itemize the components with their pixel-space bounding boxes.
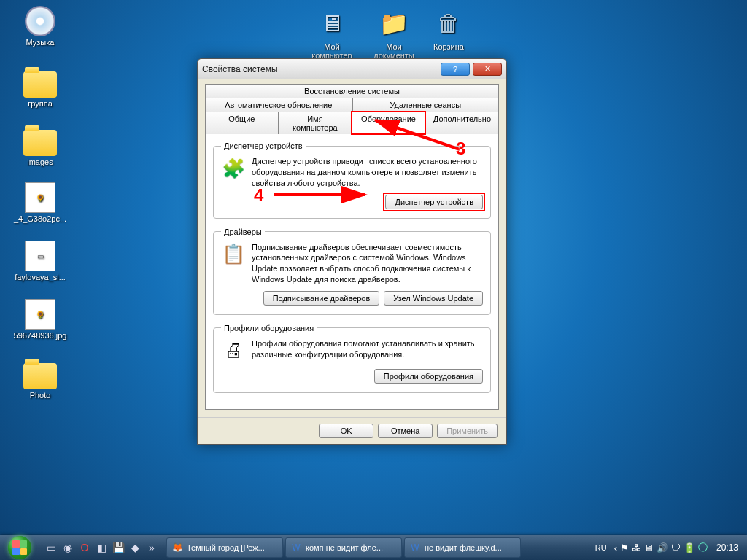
- hardware-profiles-icon: 🖨: [221, 338, 246, 363]
- legend-drivers: Драйверы: [221, 228, 265, 236]
- tab-general[interactable]: Общие: [205, 112, 279, 134]
- tray-icon-2[interactable]: 🖧: [632, 542, 641, 553]
- desktop-icon-my-computer[interactable]: 🖥Мой компьютер: [303, 6, 361, 60]
- system-tray: ‹ ⚑ 🖧 🖥 🔊 🛡 🔋 ⓘ: [610, 541, 712, 554]
- tray-icon-3[interactable]: 🖥: [644, 542, 654, 553]
- firefox-icon: 🦊: [171, 542, 183, 553]
- opera-icon[interactable]: O: [77, 540, 92, 555]
- tab-content-hardware: Диспетчер устройств 🧩 Диспетчер устройст…: [205, 133, 499, 410]
- group-device-manager: Диспетчер устройств 🧩 Диспетчер устройст…: [213, 141, 491, 219]
- chrome-icon[interactable]: ◉: [61, 540, 75, 555]
- word-icon: W: [409, 542, 421, 553]
- drivers-text: Подписывание драйверов обеспечивает совм…: [252, 242, 483, 285]
- quick-icon-2[interactable]: 💾: [111, 540, 125, 555]
- taskbar-buttons: 🦊Темный город [Реж... Wкомп не видит фле…: [163, 537, 592, 558]
- desktop-icon-thumb1[interactable]: 🌻_4_G38o2pc...: [11, 182, 69, 223]
- taskbar: ▭ ◉ O ◧ 💾 ◆ » 🦊Темный город [Реж... Wком…: [0, 535, 747, 560]
- image-thumb-icon: 🌻: [25, 299, 55, 330]
- tab-strip: Восстановление системы Автоматическое об…: [205, 84, 499, 134]
- tab-auto-update[interactable]: Автоматическое обновление: [205, 98, 352, 112]
- apply-button[interactable]: Применить: [437, 424, 498, 438]
- quick-icon-3[interactable]: ◆: [128, 540, 142, 555]
- taskbar-item-firefox[interactable]: 🦊Темный город [Реж...: [166, 537, 283, 558]
- legend-hardware-profiles: Профили оборудования: [221, 324, 317, 332]
- desktop-icon-thumb3[interactable]: 🌻596748936.jpg: [11, 299, 69, 340]
- desktop-icon-images[interactable]: images: [11, 124, 69, 166]
- desktop-icon-recycle-bin[interactable]: 🗑Корзина: [419, 6, 478, 51]
- image-thumb-icon: 🌻: [25, 182, 55, 213]
- tray-icon-4[interactable]: 🔊: [657, 542, 668, 553]
- tab-hardware[interactable]: Оборудование: [352, 112, 425, 134]
- tray-icon-6[interactable]: 🔋: [684, 542, 695, 553]
- desktop-icon-thumb2[interactable]: ▭faylovaya_si...: [11, 241, 69, 281]
- quick-launch: ▭ ◉ O ◧ 💾 ◆ »: [39, 540, 163, 555]
- tab-advanced[interactable]: Дополнительно: [425, 112, 499, 134]
- system-properties-dialog: Свойства системы ? ✕ Восстановление сист…: [197, 58, 507, 445]
- titlebar[interactable]: Свойства системы ? ✕: [198, 59, 506, 79]
- image-thumb-icon: ▭: [25, 241, 55, 271]
- folder-icon: [23, 130, 57, 156]
- start-button[interactable]: [0, 535, 39, 560]
- device-manager-button[interactable]: Диспетчер устройств: [385, 195, 483, 209]
- group-hardware-profiles: Профили оборудования 🖨 Профили оборудова…: [213, 324, 491, 393]
- tray-info-icon[interactable]: ⓘ: [698, 541, 708, 554]
- device-manager-icon: 🧩: [221, 156, 246, 181]
- quick-chevron-icon[interactable]: »: [144, 540, 159, 555]
- disc-icon: [25, 6, 55, 36]
- device-manager-text: Диспетчер устройств приводит список всег…: [252, 156, 483, 189]
- drivers-icon: 📋: [221, 242, 246, 267]
- desktop-icon-group[interactable]: группа: [11, 66, 69, 108]
- taskbar-item-word2[interactable]: Wне видит флешку.d...: [404, 537, 521, 558]
- hardware-profiles-text: Профили оборудования помогают устанавлив…: [252, 338, 483, 360]
- tray-icon-5[interactable]: 🛡: [671, 542, 681, 553]
- desktop-icon-music[interactable]: Музыка: [11, 6, 69, 47]
- driver-signing-button[interactable]: Подписывание драйверов: [263, 291, 380, 306]
- dialog-title: Свойства системы: [202, 64, 438, 74]
- help-button[interactable]: ?: [441, 63, 470, 76]
- folder-icon: [23, 363, 57, 389]
- tab-system-restore[interactable]: Восстановление системы: [205, 84, 499, 98]
- folder-icon: [23, 71, 57, 98]
- desktop-icon-my-documents[interactable]: 📁Мои документы: [365, 6, 423, 60]
- taskbar-item-word1[interactable]: Wкомп не видит фле...: [285, 537, 402, 558]
- tray-icon-1[interactable]: ⚑: [620, 542, 629, 553]
- word-icon: W: [290, 542, 302, 553]
- documents-icon: 📁: [376, 6, 411, 41]
- tray-chevron-icon[interactable]: ‹: [614, 542, 617, 553]
- close-button[interactable]: ✕: [473, 63, 502, 76]
- computer-icon: 🖥: [314, 6, 349, 41]
- windows-orb-icon: [8, 536, 31, 559]
- windows-update-node-button[interactable]: Узел Windows Update: [384, 291, 483, 306]
- dialog-button-bar: OK Отмена Применить: [198, 417, 506, 444]
- legend-device-manager: Диспетчер устройств: [221, 141, 306, 150]
- hardware-profiles-button[interactable]: Профили оборудования: [374, 369, 483, 384]
- tab-remote[interactable]: Удаленные сеансы: [352, 98, 500, 112]
- quick-icon-1[interactable]: ◧: [94, 540, 109, 555]
- taskbar-clock[interactable]: 20:13: [712, 542, 743, 553]
- show-desktop-icon[interactable]: ▭: [44, 540, 58, 555]
- ok-button[interactable]: OK: [319, 424, 374, 438]
- trash-icon: 🗑: [431, 6, 466, 41]
- language-indicator[interactable]: RU: [592, 543, 610, 552]
- tab-computer-name[interactable]: Имя компьютера: [279, 112, 352, 134]
- highlight-device-manager: Диспетчер устройств: [385, 195, 483, 209]
- desktop-icon-photo[interactable]: Photo: [11, 357, 69, 400]
- group-drivers: Драйверы 📋 Подписывание драйверов обеспе…: [213, 228, 491, 315]
- cancel-button[interactable]: Отмена: [378, 424, 433, 438]
